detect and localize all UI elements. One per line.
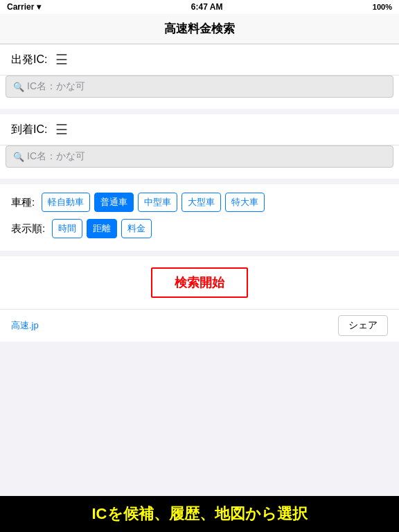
status-bar: Carrier ▾ 6:47 AM 100% xyxy=(0,0,399,14)
carrier-label: Carrier xyxy=(7,2,34,12)
divider-2 xyxy=(0,179,399,184)
sort-btn-fee[interactable]: 料金 xyxy=(121,219,152,238)
departure-row: 出発IC: ☰ xyxy=(0,44,399,76)
vehicle-section: 車種: 軽自動車 普通車 中型車 大型車 特大車 表示順: 時間 距離 料金 xyxy=(0,184,399,251)
nav-title: 高速料金検索 xyxy=(164,21,235,37)
departure-label: 出発IC: xyxy=(11,53,47,67)
vehicle-btn-chuu[interactable]: 中型車 xyxy=(138,193,177,212)
bottom-banner: ICを候補、履歴、地図から選択 xyxy=(0,496,399,532)
departure-search-field[interactable]: 🔍 IC名：かな可 xyxy=(6,76,393,98)
banner-text: ICを候補、履歴、地図から選択 xyxy=(92,504,308,524)
nav-bar: 高速料金検索 xyxy=(0,14,399,44)
departure-search-area: 🔍 IC名：かな可 xyxy=(0,76,399,109)
status-left: Carrier ▾ xyxy=(7,2,41,12)
vehicle-btn-kei[interactable]: 軽自動車 xyxy=(42,193,90,212)
search-button[interactable]: 検索開始 xyxy=(151,267,248,298)
links-row: 高速.jp シェア xyxy=(0,309,399,342)
arrival-search-area: 🔍 IC名：かな可 xyxy=(0,145,399,179)
vehicle-type-label: 車種: xyxy=(11,196,35,209)
battery-label: 100% xyxy=(373,3,392,11)
departure-search-icon: 🔍 xyxy=(13,82,24,92)
arrival-search-field[interactable]: 🔍 IC名：かな可 xyxy=(6,145,393,168)
divider-1 xyxy=(0,109,399,114)
kosoku-link[interactable]: 高速.jp xyxy=(11,319,39,332)
status-right: 100% xyxy=(373,3,392,11)
departure-menu-icon[interactable]: ☰ xyxy=(53,50,71,69)
vehicle-btn-futsuu[interactable]: 普通車 xyxy=(94,193,134,212)
main-content: 出発IC: ☰ 🔍 IC名：かな可 到着IC: ☰ 🔍 IC名：かな可 車種: … xyxy=(0,44,399,342)
arrival-search-icon: 🔍 xyxy=(13,152,24,162)
status-time: 6:47 AM xyxy=(191,2,223,12)
departure-search-placeholder: IC名：かな可 xyxy=(27,80,85,93)
arrival-menu-icon[interactable]: ☰ xyxy=(53,120,71,139)
vehicle-btn-tokudai[interactable]: 特大車 xyxy=(225,193,265,212)
arrival-row: 到着IC: ☰ xyxy=(0,114,399,145)
search-btn-section: 検索開始 xyxy=(0,256,399,309)
vehicle-type-buttons: 軽自動車 普通車 中型車 大型車 特大車 xyxy=(42,193,265,212)
sort-btn-distance[interactable]: 距離 xyxy=(87,219,117,238)
sort-order-buttons: 時間 距離 料金 xyxy=(52,219,152,238)
sort-btn-time[interactable]: 時間 xyxy=(52,219,82,238)
vehicle-btn-oo[interactable]: 大型車 xyxy=(181,193,221,212)
sort-order-label: 表示順: xyxy=(11,222,45,236)
arrival-label: 到着IC: xyxy=(11,123,47,137)
share-button[interactable]: シェア xyxy=(338,315,388,336)
wifi-icon: ▾ xyxy=(37,2,41,12)
vehicle-type-row: 車種: 軽自動車 普通車 中型車 大型車 特大車 xyxy=(11,193,388,212)
sort-order-row: 表示順: 時間 距離 料金 xyxy=(11,219,388,238)
divider-3 xyxy=(0,251,399,256)
arrival-search-placeholder: IC名：かな可 xyxy=(27,150,85,163)
